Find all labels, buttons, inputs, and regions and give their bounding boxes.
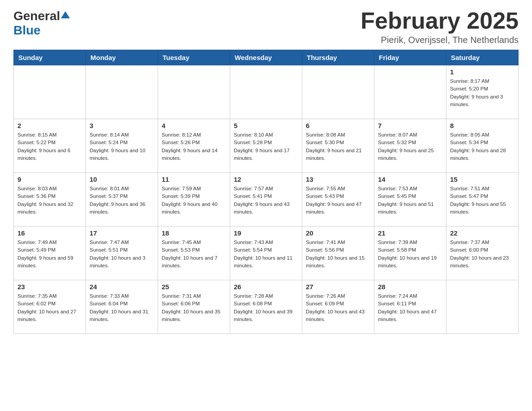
day-number: 16 <box>17 229 82 237</box>
day-number: 12 <box>234 176 298 183</box>
day-number: 4 <box>162 122 226 129</box>
calendar-cell: 24Sunrise: 7:33 AMSunset: 6:04 PMDayligh… <box>86 280 158 334</box>
day-number: 8 <box>450 122 515 129</box>
calendar-header-wednesday: Wednesday <box>230 50 302 65</box>
calendar-header-sunday: Sunday <box>14 50 86 65</box>
day-number: 20 <box>306 229 370 237</box>
calendar-cell: 12Sunrise: 7:57 AMSunset: 5:41 PMDayligh… <box>230 173 302 227</box>
calendar-header-tuesday: Tuesday <box>158 50 230 65</box>
month-title: February 2025 <box>360 9 519 32</box>
calendar-cell: 20Sunrise: 7:41 AMSunset: 5:56 PMDayligh… <box>302 227 374 280</box>
calendar-cell <box>86 65 158 119</box>
calendar-cell: 7Sunrise: 8:07 AMSunset: 5:32 PMDaylight… <box>374 119 446 173</box>
calendar-header-friday: Friday <box>374 50 446 65</box>
calendar-cell: 4Sunrise: 8:12 AMSunset: 5:26 PMDaylight… <box>158 119 230 173</box>
calendar-cell: 6Sunrise: 8:08 AMSunset: 5:30 PMDaylight… <box>302 119 374 173</box>
day-number: 14 <box>378 176 442 183</box>
calendar-cell: 3Sunrise: 8:14 AMSunset: 5:24 PMDaylight… <box>86 119 158 173</box>
day-number: 26 <box>234 283 298 291</box>
calendar-cell: 23Sunrise: 7:35 AMSunset: 6:02 PMDayligh… <box>14 280 86 334</box>
calendar-cell: 1Sunrise: 8:17 AMSunset: 5:20 PMDaylight… <box>446 65 519 119</box>
day-info: Sunrise: 8:12 AMSunset: 5:26 PMDaylight:… <box>162 131 226 162</box>
day-info: Sunrise: 7:35 AMSunset: 6:02 PMDaylight:… <box>17 292 82 323</box>
day-number: 23 <box>17 283 82 291</box>
calendar-week-row: 23Sunrise: 7:35 AMSunset: 6:02 PMDayligh… <box>14 280 519 334</box>
day-number: 17 <box>90 229 154 237</box>
day-number: 13 <box>306 176 370 183</box>
day-info: Sunrise: 7:55 AMSunset: 5:43 PMDaylight:… <box>306 185 370 216</box>
day-number: 1 <box>450 68 515 76</box>
calendar-cell: 2Sunrise: 8:15 AMSunset: 5:22 PMDaylight… <box>14 119 86 173</box>
calendar-cell: 5Sunrise: 8:10 AMSunset: 5:28 PMDaylight… <box>230 119 302 173</box>
day-number: 2 <box>17 122 82 129</box>
logo: General Blue <box>13 9 70 38</box>
day-number: 15 <box>450 176 515 183</box>
location: Pierik, Overijssel, The Netherlands <box>360 35 519 45</box>
day-number: 6 <box>306 122 370 129</box>
day-info: Sunrise: 7:43 AMSunset: 5:54 PMDaylight:… <box>234 239 298 270</box>
day-info: Sunrise: 7:45 AMSunset: 5:53 PMDaylight:… <box>162 239 226 270</box>
calendar-cell <box>446 280 519 334</box>
day-info: Sunrise: 8:07 AMSunset: 5:32 PMDaylight:… <box>378 131 442 162</box>
logo-arrow-icon <box>61 11 70 18</box>
day-info: Sunrise: 8:03 AMSunset: 5:36 PMDaylight:… <box>17 185 82 216</box>
day-number: 24 <box>90 283 154 291</box>
day-info: Sunrise: 8:05 AMSunset: 5:34 PMDaylight:… <box>450 131 515 162</box>
page-header: General Blue February 2025 Pierik, Overi… <box>13 9 519 45</box>
calendar-cell: 19Sunrise: 7:43 AMSunset: 5:54 PMDayligh… <box>230 227 302 280</box>
calendar-cell: 17Sunrise: 7:47 AMSunset: 5:51 PMDayligh… <box>86 227 158 280</box>
calendar-cell: 13Sunrise: 7:55 AMSunset: 5:43 PMDayligh… <box>302 173 374 227</box>
calendar-table: SundayMondayTuesdayWednesdayThursdayFrid… <box>13 50 519 334</box>
day-number: 18 <box>162 229 226 237</box>
calendar-cell: 27Sunrise: 7:26 AMSunset: 6:09 PMDayligh… <box>302 280 374 334</box>
day-info: Sunrise: 7:39 AMSunset: 5:58 PMDaylight:… <box>378 239 442 270</box>
calendar-cell: 16Sunrise: 7:49 AMSunset: 5:49 PMDayligh… <box>14 227 86 280</box>
calendar-week-row: 2Sunrise: 8:15 AMSunset: 5:22 PMDaylight… <box>14 119 519 173</box>
calendar-cell: 28Sunrise: 7:24 AMSunset: 6:11 PMDayligh… <box>374 280 446 334</box>
calendar-cell: 25Sunrise: 7:31 AMSunset: 6:06 PMDayligh… <box>158 280 230 334</box>
day-info: Sunrise: 7:47 AMSunset: 5:51 PMDaylight:… <box>90 239 154 270</box>
day-info: Sunrise: 8:08 AMSunset: 5:30 PMDaylight:… <box>306 131 370 162</box>
calendar-week-row: 1Sunrise: 8:17 AMSunset: 5:20 PMDaylight… <box>14 65 519 119</box>
calendar-header-monday: Monday <box>86 50 158 65</box>
day-info: Sunrise: 7:49 AMSunset: 5:49 PMDaylight:… <box>17 239 82 270</box>
day-number: 27 <box>306 283 370 291</box>
calendar-cell <box>158 65 230 119</box>
calendar-header-thursday: Thursday <box>302 50 374 65</box>
day-number: 3 <box>90 122 154 129</box>
day-info: Sunrise: 7:51 AMSunset: 5:47 PMDaylight:… <box>450 185 515 216</box>
day-info: Sunrise: 8:10 AMSunset: 5:28 PMDaylight:… <box>234 131 298 162</box>
day-info: Sunrise: 8:01 AMSunset: 5:37 PMDaylight:… <box>90 185 154 216</box>
day-number: 9 <box>17 176 82 183</box>
day-number: 28 <box>378 283 442 291</box>
day-number: 11 <box>162 176 226 183</box>
day-info: Sunrise: 8:14 AMSunset: 5:24 PMDaylight:… <box>90 131 154 162</box>
calendar-cell: 15Sunrise: 7:51 AMSunset: 5:47 PMDayligh… <box>446 173 519 227</box>
day-number: 10 <box>90 176 154 183</box>
logo-general-text: General <box>13 9 60 23</box>
day-info: Sunrise: 7:59 AMSunset: 5:39 PMDaylight:… <box>162 185 226 216</box>
day-info: Sunrise: 7:57 AMSunset: 5:41 PMDaylight:… <box>234 185 298 216</box>
calendar-cell: 21Sunrise: 7:39 AMSunset: 5:58 PMDayligh… <box>374 227 446 280</box>
day-number: 5 <box>234 122 298 129</box>
calendar-cell <box>14 65 86 119</box>
day-info: Sunrise: 7:33 AMSunset: 6:04 PMDaylight:… <box>90 292 154 323</box>
day-info: Sunrise: 7:37 AMSunset: 6:00 PMDaylight:… <box>450 239 515 270</box>
calendar-week-row: 16Sunrise: 7:49 AMSunset: 5:49 PMDayligh… <box>14 227 519 280</box>
day-number: 25 <box>162 283 226 291</box>
day-number: 22 <box>450 229 515 237</box>
day-info: Sunrise: 7:28 AMSunset: 6:08 PMDaylight:… <box>234 292 298 323</box>
day-info: Sunrise: 7:53 AMSunset: 5:45 PMDaylight:… <box>378 185 442 216</box>
day-info: Sunrise: 8:15 AMSunset: 5:22 PMDaylight:… <box>17 131 82 162</box>
calendar-cell <box>374 65 446 119</box>
calendar-header-saturday: Saturday <box>446 50 519 65</box>
day-info: Sunrise: 7:31 AMSunset: 6:06 PMDaylight:… <box>162 292 226 323</box>
day-info: Sunrise: 7:26 AMSunset: 6:09 PMDaylight:… <box>306 292 370 323</box>
calendar-header-row: SundayMondayTuesdayWednesdayThursdayFrid… <box>14 50 519 65</box>
day-info: Sunrise: 7:24 AMSunset: 6:11 PMDaylight:… <box>378 292 442 323</box>
day-info: Sunrise: 8:17 AMSunset: 5:20 PMDaylight:… <box>450 77 515 108</box>
day-info: Sunrise: 7:41 AMSunset: 5:56 PMDaylight:… <box>306 239 370 270</box>
calendar-cell: 10Sunrise: 8:01 AMSunset: 5:37 PMDayligh… <box>86 173 158 227</box>
logo-blue-text: Blue <box>13 23 41 38</box>
day-number: 7 <box>378 122 442 129</box>
